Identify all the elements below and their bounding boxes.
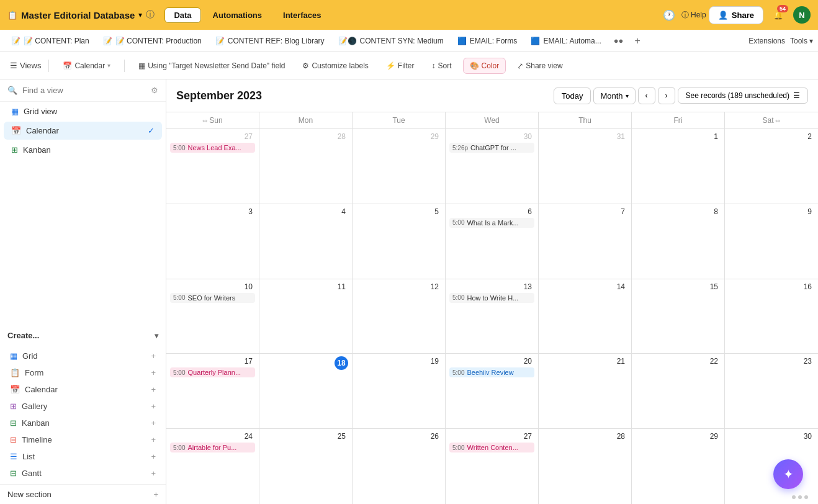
tools-button[interactable]: Tools ▾ bbox=[790, 37, 813, 45]
cal-cell-4-2[interactable]: 26 bbox=[353, 429, 446, 504]
calendar-event[interactable]: 5:00Written Conten... bbox=[449, 443, 534, 452]
cal-cell-0-2[interactable]: 29 bbox=[353, 129, 446, 204]
customize-icon: ⚙ bbox=[302, 61, 309, 70]
chevron-down-icon[interactable]: ▾ bbox=[138, 11, 142, 19]
cal-cell-2-1[interactable]: 11 bbox=[259, 279, 353, 354]
tab-content-plan[interactable]: 📝 📝 CONTENT: Plan bbox=[5, 34, 96, 48]
calendar-view-button[interactable]: 📅 Calendar ▾ bbox=[56, 58, 117, 73]
search-input[interactable] bbox=[22, 86, 146, 95]
help-button[interactable]: ⓘ Help bbox=[684, 5, 704, 25]
cal-cell-4-4[interactable]: 28 bbox=[539, 429, 632, 504]
calendar-event[interactable]: 5:00Airtable for Pu... bbox=[170, 443, 255, 452]
create-section[interactable]: Create... ▾ bbox=[0, 326, 166, 345]
cal-cell-4-0[interactable]: 245:00Airtable for Pu... bbox=[166, 429, 259, 504]
cal-cell-0-6[interactable]: 2 bbox=[725, 129, 818, 204]
cal-cell-4-3[interactable]: 275:00Written Conten... bbox=[446, 429, 539, 504]
share-button[interactable]: 👤 Share bbox=[709, 6, 763, 24]
create-grid-item[interactable]: ▦ Grid + bbox=[0, 348, 166, 364]
cal-cell-1-5[interactable]: 8 bbox=[632, 204, 725, 279]
calendar-event[interactable]: 5:00Beehiiv Review bbox=[449, 367, 534, 377]
more-tabs-button[interactable]: ●● bbox=[609, 34, 629, 48]
create-kanban-item[interactable]: ⊟ Kanban + bbox=[0, 415, 166, 431]
nav-automations-button[interactable]: Automations bbox=[204, 7, 271, 23]
views-toggle[interactable]: ☰ Views bbox=[10, 61, 41, 70]
tab-content-production[interactable]: 📝 📝 CONTENT: Production bbox=[97, 34, 208, 48]
history-button[interactable]: 🕐 bbox=[659, 5, 679, 25]
sidebar-item-grid[interactable]: ▦ Grid view bbox=[4, 102, 162, 120]
cal-cell-3-0[interactable]: 175:00Quarterly Plann... bbox=[166, 354, 259, 428]
create-gantt-item[interactable]: ⊟ Gantt + bbox=[0, 465, 166, 482]
create-form-item[interactable]: 📋 Form + bbox=[0, 364, 166, 381]
cal-cell-4-5[interactable]: 29 bbox=[632, 429, 725, 504]
cal-cell-4-6[interactable]: 30 bbox=[725, 429, 818, 504]
field-select-button[interactable]: ▦ Using "Target Newsletter Send Date" fi… bbox=[132, 58, 291, 73]
cal-cell-3-6[interactable]: 23 bbox=[725, 354, 818, 428]
calendar-event[interactable]: 5:00What Is a Mark... bbox=[449, 218, 534, 228]
calendar-event[interactable]: 5:00SEO for Writers bbox=[170, 293, 255, 303]
cal-cell-2-2[interactable]: 12 bbox=[353, 279, 446, 354]
settings-icon[interactable]: ⚙ bbox=[151, 86, 158, 95]
cal-cell-4-1[interactable]: 25 bbox=[259, 429, 353, 504]
tab-email-automa[interactable]: 🟦 EMAIL: Automa... bbox=[524, 34, 607, 48]
new-section-label: New section bbox=[7, 490, 52, 499]
user-avatar[interactable]: N bbox=[793, 6, 811, 24]
tab-label: 📝 CONTENT: Production bbox=[115, 37, 202, 45]
cal-cell-2-4[interactable]: 14 bbox=[539, 279, 632, 354]
tab-content-syn[interactable]: 📝🌑 CONTENT SYN: Medium bbox=[332, 34, 450, 48]
sidebar-item-kanban[interactable]: ⊞ Kanban bbox=[4, 141, 162, 159]
sort-button[interactable]: ↕ Sort bbox=[426, 58, 458, 73]
color-button[interactable]: 🎨 Color bbox=[463, 58, 506, 74]
create-list-item[interactable]: ☰ List + bbox=[0, 448, 166, 465]
nav-data-button[interactable]: Data bbox=[164, 7, 200, 23]
cal-cell-0-3[interactable]: 305:26pChatGPT for ... bbox=[446, 129, 539, 204]
info-icon[interactable]: ⓘ bbox=[146, 9, 155, 20]
add-tab-button[interactable]: + bbox=[629, 33, 645, 49]
prev-month-button[interactable]: ‹ bbox=[638, 87, 655, 104]
cal-cell-2-0[interactable]: 105:00SEO for Writers bbox=[166, 279, 259, 354]
share-view-button[interactable]: ⤤ Share view bbox=[511, 58, 569, 73]
cal-cell-3-3[interactable]: 205:00Beehiiv Review bbox=[446, 354, 539, 428]
tab-label: EMAIL: Forms bbox=[470, 37, 518, 45]
filter-button[interactable]: ⚡ Filter bbox=[380, 58, 421, 73]
tab-email-forms[interactable]: 🟦 EMAIL: Forms bbox=[451, 34, 524, 48]
cal-cell-1-0[interactable]: 3 bbox=[166, 204, 259, 279]
cal-cell-0-5[interactable]: 1 bbox=[632, 129, 725, 204]
calendar-event[interactable]: 5:26pChatGPT for ... bbox=[449, 143, 534, 153]
next-month-button[interactable]: › bbox=[658, 87, 675, 104]
cal-cell-3-5[interactable]: 22 bbox=[632, 354, 725, 428]
fab-button[interactable]: ✦ bbox=[773, 459, 803, 489]
cal-cell-2-6[interactable]: 16 bbox=[725, 279, 818, 354]
cal-cell-3-2[interactable]: 19 bbox=[353, 354, 446, 428]
cal-cell-1-1[interactable]: 4 bbox=[259, 204, 353, 279]
cal-cell-1-4[interactable]: 7 bbox=[539, 204, 632, 279]
cal-cell-2-3[interactable]: 135:00How to Write H... bbox=[446, 279, 539, 354]
cal-cell-1-2[interactable]: 5 bbox=[353, 204, 446, 279]
nav-interfaces-button[interactable]: Interfaces bbox=[274, 7, 330, 23]
tab-content-ref[interactable]: 📝 CONTENT REF: Blog Library bbox=[209, 34, 331, 48]
cal-cell-2-5[interactable]: 15 bbox=[632, 279, 725, 354]
create-gallery-item[interactable]: ⊞ Gallery + bbox=[0, 398, 166, 415]
today-button[interactable]: Today bbox=[554, 88, 591, 104]
cal-cell-0-1[interactable]: 28 bbox=[259, 129, 353, 204]
calendar-event[interactable]: 5:00How to Write H... bbox=[449, 293, 534, 303]
cal-cell-1-3[interactable]: 65:00What Is a Mark... bbox=[446, 204, 539, 279]
notification-button[interactable]: 🔔 54 bbox=[768, 5, 788, 25]
cal-cell-1-6[interactable]: 9 bbox=[725, 204, 818, 279]
create-calendar-item[interactable]: 📅 Calendar + bbox=[0, 381, 166, 398]
calendar-event[interactable]: 5:00Quarterly Plann... bbox=[170, 367, 255, 377]
sidebar-item-calendar[interactable]: 📅 Calendar ✓ bbox=[4, 122, 162, 140]
cal-cell-3-1[interactable]: 18 bbox=[259, 354, 353, 428]
tab-bar-right: Extensions Tools ▾ bbox=[748, 37, 813, 45]
grid-view-label: Grid view bbox=[24, 107, 57, 116]
cal-cell-0-4[interactable]: 31 bbox=[539, 129, 632, 204]
calendar-event[interactable]: 5:00News Lead Exa... bbox=[170, 143, 255, 153]
event-time: 5:26p bbox=[452, 145, 468, 151]
records-button[interactable]: See records (189 unscheduled) ☰ bbox=[678, 88, 808, 104]
cal-cell-0-0[interactable]: 275:00News Lead Exa... bbox=[166, 129, 259, 204]
new-section-button[interactable]: New section + bbox=[0, 484, 166, 504]
extensions-button[interactable]: Extensions bbox=[748, 37, 785, 45]
customize-labels-button[interactable]: ⚙ Customize labels bbox=[296, 58, 374, 73]
cal-cell-3-4[interactable]: 21 bbox=[539, 354, 632, 428]
month-select-button[interactable]: Month ▾ bbox=[593, 88, 635, 104]
create-timeline-item[interactable]: ⊟ Timeline + bbox=[0, 431, 166, 448]
